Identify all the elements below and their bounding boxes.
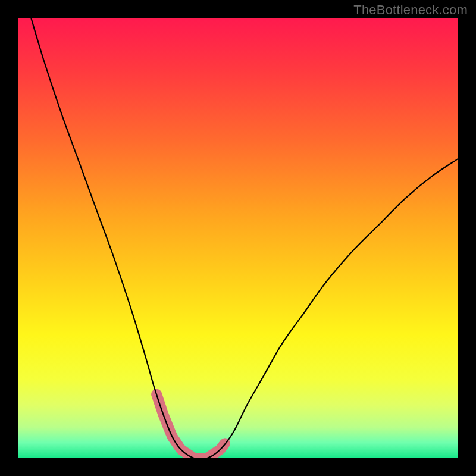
chart-frame: { "watermark": "TheBottleneck.com", "plo…	[0, 0, 476, 476]
gradient-background	[18, 18, 458, 458]
bottleneck-chart	[0, 0, 476, 476]
